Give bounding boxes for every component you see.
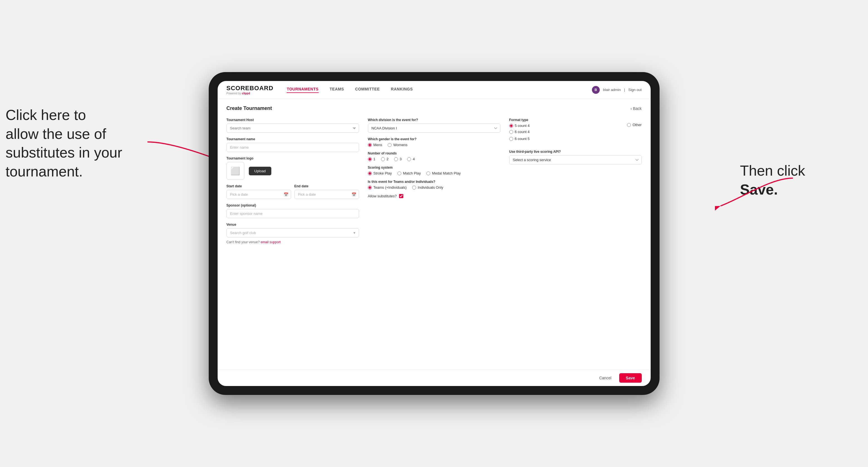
gender-womens-option[interactable]: Womens (388, 143, 407, 147)
scoring-medal-option[interactable]: Medal Match Play (426, 171, 461, 175)
nav-rankings[interactable]: RANKINGS (391, 87, 413, 93)
rounds-4-option[interactable]: 4 (407, 157, 415, 161)
rounds-label: Number of rounds (368, 151, 500, 155)
rounds-1-option[interactable]: 1 (368, 157, 375, 161)
nav-links: TOURNAMENTS TEAMS COMMITTEE RANKINGS (287, 87, 592, 93)
sign-out-link[interactable]: Sign out (628, 88, 642, 92)
upload-button[interactable]: Upload (249, 167, 271, 175)
gender-radio-group: Mens Womens (368, 143, 500, 147)
scoring-stroke-option[interactable]: Stroke Play (368, 171, 392, 175)
dates-group: Start date 📅 End date 📅 (226, 184, 359, 199)
cancel-button[interactable]: Cancel (595, 373, 616, 382)
gender-mens-option[interactable]: Mens (368, 143, 382, 147)
tournament-host-label: Tournament Host (226, 118, 359, 122)
division-group: Which division is the event for? NCAA Di… (368, 118, 500, 133)
scoring-match-radio[interactable] (397, 172, 401, 175)
calendar-icon-end: 📅 (351, 192, 356, 197)
allow-subs-checkbox[interactable] (399, 194, 403, 198)
scoring-stroke-radio[interactable] (368, 172, 372, 175)
form-col-right: Format type 5 count 4 Other (509, 118, 642, 244)
form-grid: Tournament Host ▼ Tournament name Tourna… (226, 118, 642, 244)
event-teams-option[interactable]: Teams (+Individuals) (368, 185, 407, 189)
gender-group: Which gender is the event for? Mens Wome… (368, 137, 500, 147)
gender-label: Which gender is the event for? (368, 137, 500, 141)
start-date-input[interactable] (226, 190, 291, 199)
scoring-radio-group: Stroke Play Match Play Medal Match Play (368, 171, 500, 175)
allow-subs-row: Allow substitutes? (368, 194, 500, 198)
tournament-name-label: Tournament name (226, 137, 359, 141)
format-other-radio[interactable] (627, 123, 631, 127)
format-group: Format type 5 count 4 Other (509, 118, 642, 141)
search-icon: ▼ (353, 126, 356, 130)
page-header: Create Tournament ‹ Back (226, 105, 642, 111)
event-for-radio-group: Teams (+Individuals) Individuals Only (368, 185, 500, 189)
rounds-radio-group: 1 2 3 4 (368, 157, 500, 161)
logo-area: SCOREBOARD Powered by clippd (226, 85, 274, 95)
scoring-service-select[interactable]: Select a scoring service (509, 155, 642, 164)
save-button[interactable]: Save (619, 373, 642, 383)
event-individuals-radio[interactable] (412, 186, 416, 189)
venue-label: Venue (226, 223, 359, 226)
scoring-api-group: Use third-party live scoring API? Select… (509, 150, 642, 164)
footer-bar: Cancel Save (218, 370, 651, 386)
event-teams-label: Teams (+Individuals) (373, 185, 407, 189)
rounds-1-radio[interactable] (368, 157, 372, 161)
event-teams-radio[interactable] (368, 186, 372, 189)
nav-user: B blair admin | Sign out (592, 86, 642, 94)
scoring-medal-radio[interactable] (426, 172, 430, 175)
scoring-match-option[interactable]: Match Play (397, 171, 421, 175)
image-icon: ⬜ (230, 166, 240, 176)
calendar-icon-start: 📅 (284, 192, 288, 197)
nav-teams[interactable]: TEAMS (330, 87, 344, 93)
format-5count4-option[interactable]: 5 count 4 (509, 124, 642, 128)
annotation-right: Then click Save. (740, 161, 846, 199)
rounds-4-label: 4 (413, 157, 415, 161)
end-date-input[interactable] (294, 190, 359, 199)
rounds-2-option[interactable]: 2 (381, 157, 389, 161)
start-date-wrapper: 📅 (226, 190, 291, 199)
format-6count5-label: 6 count 5 (515, 137, 530, 141)
user-name: blair admin (603, 88, 621, 92)
end-date-wrapper: 📅 (294, 190, 359, 199)
format-6count4-option[interactable]: 6 count 4 (509, 130, 642, 134)
rounds-4-radio[interactable] (407, 157, 411, 161)
main-content: Create Tournament ‹ Back Tournament Host… (218, 99, 651, 370)
tournament-host-input[interactable] (226, 124, 359, 133)
end-date-label: End date (294, 184, 359, 188)
rounds-3-option[interactable]: 3 (394, 157, 402, 161)
gender-mens-radio[interactable] (368, 143, 372, 147)
tablet-screen: SCOREBOARD Powered by clippd TOURNAMENTS… (218, 81, 651, 386)
tournament-name-input[interactable] (226, 143, 359, 152)
rounds-2-radio[interactable] (381, 157, 385, 161)
event-for-group: Is this event for Teams and/or Individua… (368, 180, 500, 189)
event-for-label: Is this event for Teams and/or Individua… (368, 180, 500, 184)
format-5count4-radio[interactable] (509, 124, 513, 128)
back-link[interactable]: ‹ Back (631, 106, 642, 111)
rounds-3-radio[interactable] (394, 157, 398, 161)
logo-upload-area: ⬜ Upload (226, 162, 359, 180)
navbar: SCOREBOARD Powered by clippd TOURNAMENTS… (218, 81, 651, 99)
format-6count5-radio[interactable] (509, 137, 513, 141)
format-options: 5 count 4 Other 6 count 4 (509, 124, 642, 141)
gender-womens-radio[interactable] (388, 143, 392, 147)
format-other-option[interactable]: Other (627, 123, 642, 127)
event-individuals-option[interactable]: Individuals Only (412, 185, 443, 189)
page-title: Create Tournament (226, 105, 272, 111)
logo-scoreboard: SCOREBOARD (226, 85, 274, 92)
email-support-link[interactable]: email support (261, 240, 281, 244)
sponsor-input[interactable] (226, 209, 359, 218)
scoring-api-label: Use third-party live scoring API? (509, 150, 642, 154)
format-other-label: Other (632, 123, 642, 127)
venue-input[interactable] (226, 228, 359, 238)
format-6count4-radio[interactable] (509, 130, 513, 134)
format-6count5-option[interactable]: 6 count 5 (509, 137, 642, 141)
scoring-group: Scoring system Stroke Play Match Play (368, 165, 500, 175)
rounds-2-label: 2 (386, 157, 389, 161)
tournament-logo-label: Tournament logo (226, 156, 359, 160)
division-select[interactable]: NCAA Division I (368, 124, 500, 133)
tournament-logo-group: Tournament logo ⬜ Upload (226, 156, 359, 180)
nav-tournaments[interactable]: TOURNAMENTS (287, 87, 318, 93)
tournament-name-group: Tournament name (226, 137, 359, 152)
nav-committee[interactable]: COMMITTEE (355, 87, 380, 93)
venue-group: Venue ▼ Can't find your venue? email sup… (226, 223, 359, 244)
